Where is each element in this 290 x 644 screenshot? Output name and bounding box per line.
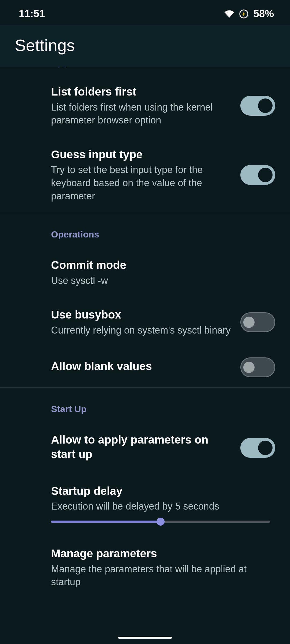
setting-title: Use busybox [51,308,232,322]
setting-text: Startup delay Execution will be delayed … [51,484,275,513]
toggle-allow-apply-startup[interactable] [240,438,275,458]
battery-percent: 58% [253,8,274,20]
toggle-list-folders-first[interactable] [240,96,275,116]
setting-title: Guess input type [51,147,232,162]
status-right: 58% [224,8,274,20]
battery-saver-icon [239,9,249,19]
wifi-icon [224,9,234,19]
nav-indicator[interactable] [118,637,172,639]
app-header: Settings [0,25,290,69]
toggle-thumb [258,441,273,455]
slider-fill [51,521,161,523]
startup-delay-slider[interactable] [0,516,290,536]
setting-manage-parameters[interactable]: Manage parameters Manage the parameters … [0,536,290,599]
setting-desc: Try to set the best input type for the k… [51,163,232,203]
status-time: 11:51 [19,8,45,20]
setting-text: Manage parameters Manage the parameters … [51,546,275,589]
setting-commit-mode[interactable]: Commit mode Use sysctl -w [0,248,290,297]
status-bar: 11:51 58% [0,0,290,25]
toggle-guess-input-type[interactable] [240,165,275,185]
page-title: Settings [15,36,275,55]
setting-desc: Manage the parameters that will be appli… [51,563,275,589]
settings-content: Application List folders first List fold… [0,67,290,599]
setting-desc: List folders first when using the kernel… [51,101,232,127]
setting-text: List folders first List folders first wh… [51,85,232,127]
setting-desc: Currently relying on system's sysctl bin… [51,324,232,337]
setting-title: List folders first [51,85,232,99]
setting-text: Guess input type Try to set the best inp… [51,147,232,203]
slider-thumb[interactable] [157,518,165,526]
setting-list-folders-first[interactable]: List folders first List folders first wh… [0,74,290,137]
toggle-thumb [258,168,273,182]
setting-use-busybox[interactable]: Use busybox Currently relying on system'… [0,297,290,347]
section-header-operations: Operations [0,213,290,248]
setting-text: Allow blank values [51,359,232,375]
toggle-thumb [243,317,255,328]
setting-startup-delay[interactable]: Startup delay Execution will be delayed … [0,474,290,516]
setting-text: Use busybox Currently relying on system'… [51,308,232,337]
setting-guess-input-type[interactable]: Guess input type Try to set the best inp… [0,137,290,213]
setting-title: Startup delay [51,484,275,499]
setting-allow-apply-startup[interactable]: Allow to apply parameters on start up [0,422,290,474]
setting-text: Commit mode Use sysctl -w [51,258,275,287]
slider-track[interactable] [51,521,270,523]
setting-allow-blank-values[interactable]: Allow blank values [0,347,290,387]
setting-title: Commit mode [51,258,275,273]
section-header-application: Application [0,67,290,74]
setting-desc: Use sysctl -w [51,274,275,287]
section-header-startup: Start Up [0,388,290,422]
setting-title: Allow to apply parameters on start up [51,433,232,462]
setting-desc: Execution will be delayed by 5 seconds [51,500,275,513]
setting-title: Allow blank values [51,359,232,374]
toggle-use-busybox[interactable] [240,312,275,332]
setting-text: Allow to apply parameters on start up [51,433,232,463]
toggle-thumb [243,362,255,373]
toggle-allow-blank-values[interactable] [240,357,275,377]
setting-title: Manage parameters [51,546,275,561]
toggle-thumb [258,98,273,113]
